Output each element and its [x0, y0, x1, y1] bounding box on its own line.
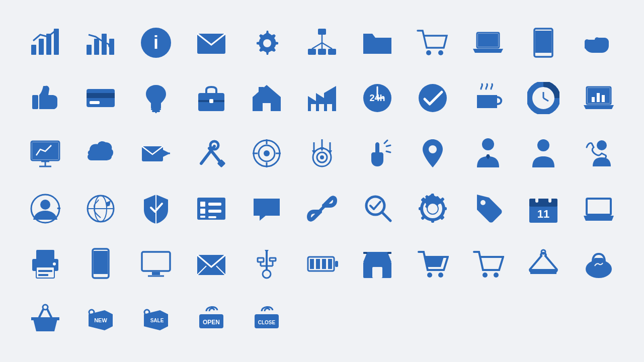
- svg-line-89: [386, 151, 390, 152]
- home-icon: [239, 70, 294, 126]
- cart-icon: [405, 15, 460, 70]
- svg-line-21: [322, 43, 332, 49]
- svg-line-19: [312, 43, 322, 49]
- svg-rect-101: [200, 202, 205, 207]
- svg-rect-130: [38, 270, 52, 272]
- svg-point-91: [482, 138, 494, 150]
- svg-rect-17: [328, 49, 336, 55]
- svg-rect-43: [311, 104, 316, 111]
- svg-point-73: [264, 150, 270, 156]
- thumbs-up-icon: [18, 70, 73, 126]
- shield-icon: [128, 181, 184, 236]
- tools-icon: [184, 126, 239, 181]
- svg-text:SALE: SALE: [150, 318, 164, 323]
- svg-rect-25: [478, 34, 498, 47]
- open-sign-icon: OPEN: [184, 292, 239, 347]
- profile-circle-icon: [18, 181, 73, 236]
- purse-icon: [571, 236, 626, 292]
- svg-text:NEW: NEW: [94, 317, 107, 323]
- info-icon: i: [128, 15, 184, 70]
- mail-send-icon: [128, 126, 184, 181]
- svg-point-13: [263, 39, 271, 47]
- svg-text:11: 11: [537, 208, 549, 220]
- link-icon: [294, 181, 350, 236]
- svg-rect-153: [310, 259, 314, 269]
- svg-point-161: [427, 273, 432, 278]
- settings-gears-icon: [239, 15, 294, 70]
- svg-rect-32: [87, 93, 115, 98]
- chat-icon: [239, 181, 294, 236]
- cart-empty-icon: [460, 236, 516, 292]
- factory-icon: [294, 70, 350, 126]
- svg-marker-84: [320, 147, 324, 151]
- svg-point-120: [480, 200, 486, 205]
- svg-line-87: [384, 140, 387, 143]
- svg-text:OPEN: OPEN: [203, 319, 220, 326]
- monitor-chart-icon: [18, 126, 73, 181]
- svg-rect-102: [200, 209, 205, 214]
- store-icon: [350, 236, 405, 292]
- svg-rect-14: [318, 29, 326, 35]
- svg-rect-44: [319, 104, 324, 111]
- monitor-icon: [128, 236, 184, 292]
- svg-rect-124: [548, 196, 551, 203]
- svg-point-163: [482, 273, 488, 278]
- person-icon: [516, 126, 571, 181]
- list-icon: [184, 181, 239, 236]
- svg-rect-113: [431, 219, 434, 223]
- email-icon: [184, 15, 239, 70]
- svg-point-80: [320, 155, 324, 159]
- svg-point-94: [597, 140, 607, 150]
- laptop-icon: [460, 15, 516, 70]
- svg-line-107: [317, 204, 327, 214]
- tablet-icon: [516, 15, 571, 70]
- svg-rect-16: [318, 49, 326, 55]
- svg-point-132: [53, 262, 56, 265]
- hanger-icon: [516, 236, 571, 292]
- svg-rect-15: [308, 49, 316, 55]
- svg-point-162: [438, 273, 443, 278]
- chevron-check-icon: [405, 70, 460, 126]
- lightbulb-icon: [128, 70, 184, 126]
- svg-rect-41: [259, 87, 264, 93]
- chart-up-icon: [18, 15, 73, 70]
- award-target-icon: [294, 126, 350, 181]
- svg-rect-152: [335, 261, 338, 267]
- svg-rect-45: [327, 104, 332, 111]
- svg-point-93: [537, 139, 549, 151]
- svg-point-169: [89, 310, 94, 315]
- svg-rect-112: [431, 195, 434, 199]
- svg-rect-114: [419, 207, 423, 210]
- svg-line-109: [382, 213, 390, 221]
- svg-point-164: [494, 273, 499, 278]
- svg-point-111: [428, 204, 438, 214]
- svg-rect-106: [208, 216, 216, 218]
- calendar-icon: 11: [516, 181, 571, 236]
- coffee-icon: [460, 70, 516, 126]
- svg-text:i: i: [153, 32, 158, 53]
- icon-grid: i: [8, 5, 636, 357]
- svg-rect-5: [87, 45, 92, 55]
- svg-rect-159: [363, 252, 367, 254]
- svg-rect-30: [32, 95, 38, 109]
- svg-point-90: [429, 145, 437, 153]
- cloud-icon: [73, 126, 128, 181]
- svg-rect-136: [142, 252, 170, 271]
- svg-rect-34: [151, 108, 161, 110]
- svg-rect-39: [209, 99, 213, 103]
- folder-icon: [350, 15, 405, 70]
- svg-rect-115: [443, 207, 447, 210]
- businessman-icon: [460, 126, 516, 181]
- sale-tag-icon: SALE: [128, 292, 184, 347]
- close-sign-icon: CLOSE: [239, 292, 294, 347]
- hierarchy-icon: [294, 15, 350, 70]
- svg-rect-127: [36, 250, 54, 260]
- analytics-laptop-icon: [571, 70, 626, 126]
- email2-icon: [184, 236, 239, 292]
- usb-icon: [239, 236, 294, 292]
- cart2-icon: [405, 236, 460, 292]
- svg-rect-6: [94, 39, 99, 55]
- globe-plane-icon: [73, 181, 128, 236]
- svg-rect-8: [109, 39, 114, 55]
- svg-point-168: [43, 305, 48, 310]
